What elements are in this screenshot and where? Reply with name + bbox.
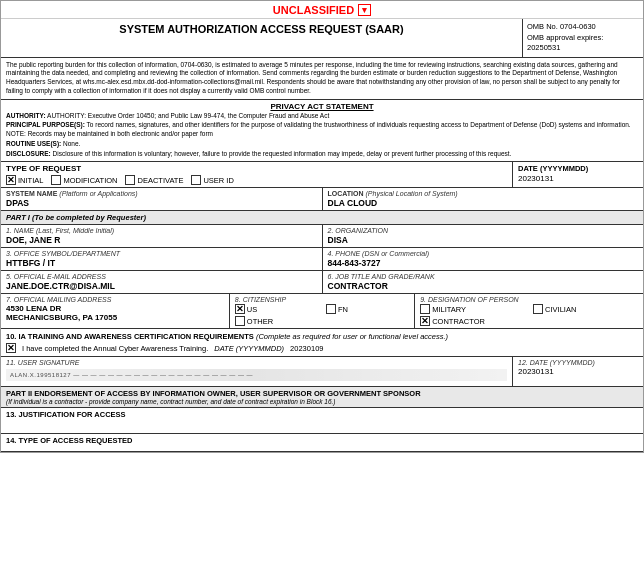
cb-deactivate-label: DEACTIVATE bbox=[137, 176, 183, 185]
job-cell: 6. JOB TITLE AND GRADE/RANK CONTRACTOR bbox=[323, 271, 644, 293]
checkbox-us[interactable] bbox=[235, 304, 245, 314]
sig-cell: 11. USER SIGNATURE ALAN.X.199518127 — — … bbox=[1, 357, 513, 386]
cb-military-label: MILITARY bbox=[432, 305, 466, 314]
cb-military: MILITARY bbox=[420, 304, 525, 314]
cb-contractor-label: CONTRACTOR bbox=[432, 317, 485, 326]
cb-fn-label: FN bbox=[338, 305, 348, 314]
cb-contractor: CONTRACTOR bbox=[420, 316, 638, 326]
org-value: DISA bbox=[328, 235, 639, 245]
checkbox-fn[interactable] bbox=[326, 304, 336, 314]
cb-deactivate: DEACTIVATE bbox=[125, 175, 183, 185]
checkbox-modification[interactable] bbox=[51, 175, 61, 185]
phone-cell: 4. PHONE (DSN or Commercial) 844-843-372… bbox=[323, 248, 644, 270]
training-label: 10. IA TRAINING AND AWARENESS CERTIFICAT… bbox=[6, 332, 638, 341]
part2-header: PART II ENDORSEMENT OF ACCESS BY INFORMA… bbox=[1, 387, 643, 408]
training-content: I have completed the Annual Cyber Awaren… bbox=[6, 343, 638, 353]
location-value: DLA CLOUD bbox=[328, 198, 639, 208]
privacy-title: PRIVACY ACT STATEMENT bbox=[6, 102, 638, 111]
system-name-value: DPAS bbox=[6, 198, 317, 208]
page: UNCLASSIFIED ▾ SYSTEM AUTHORIZATION ACCE… bbox=[0, 0, 644, 453]
email-job-row: 5. OFFICIAL E-MAIL ADDRESS JANE.DOE.CTR@… bbox=[1, 271, 643, 294]
sig-text: ALAN.X.199518127 — — — — — — — — — — — —… bbox=[6, 372, 253, 378]
checkbox-initial[interactable] bbox=[6, 175, 16, 185]
name-org-row: 1. NAME (Last, First, Middle Initial) DO… bbox=[1, 225, 643, 248]
job-value: CONTRACTOR bbox=[328, 281, 639, 291]
address-value: 4530 LENA DR MECHANICSBURG, PA 17055 bbox=[6, 304, 224, 322]
citizenship-label: 8. CITIZENSHIP bbox=[235, 296, 409, 303]
omb-number: OMB No. 0704-0630 bbox=[527, 22, 639, 33]
checkbox-contractor[interactable] bbox=[420, 316, 430, 326]
system-name-cell: SYSTEM NAME (Platform or Applications) D… bbox=[1, 188, 323, 210]
cb-civilian-label: CIVILIAN bbox=[545, 305, 576, 314]
phone-label: 4. PHONE (DSN or Commercial) bbox=[328, 250, 639, 257]
cb-us: US bbox=[235, 304, 318, 314]
date-value: 20230131 bbox=[518, 174, 638, 183]
page-title: SYSTEM AUTHORIZATION ACCESS REQUEST (SAA… bbox=[3, 23, 520, 35]
location-label: LOCATION (Physical Location of System) bbox=[328, 190, 639, 197]
designation-cell: 9. DESIGNATION OF PERSON MILITARY CIVILI… bbox=[415, 294, 643, 328]
privacy-section: PRIVACY ACT STATEMENT AUTHORITY: AUTHORI… bbox=[1, 100, 643, 163]
omb-approval-label: OMB approval expires: bbox=[527, 33, 639, 44]
sig-date-row: 11. USER SIGNATURE ALAN.X.199518127 — — … bbox=[1, 357, 643, 387]
date-cell: DATE (YYYYMMDD) 20230131 bbox=[513, 162, 643, 187]
unclassified-bar: UNCLASSIFIED ▾ bbox=[1, 1, 643, 19]
unclassified-box: ▾ bbox=[358, 4, 371, 16]
designation-options: MILITARY CIVILIAN CONTRACTOR bbox=[420, 304, 638, 326]
system-location-row: SYSTEM NAME (Platform or Applications) D… bbox=[1, 188, 643, 211]
section13-label: 13. JUSTIFICATION FOR ACCESS bbox=[6, 410, 638, 419]
name-value: DOE, JANE R bbox=[6, 235, 317, 245]
citizenship-options: US FN OTHER bbox=[235, 304, 409, 326]
checkbox-other[interactable] bbox=[235, 316, 245, 326]
email-cell: 5. OFFICIAL E-MAIL ADDRESS JANE.DOE.CTR@… bbox=[1, 271, 323, 293]
system-name-label: SYSTEM NAME (Platform or Applications) bbox=[6, 190, 317, 197]
type-date-row: TYPE OF REQUEST INITIAL MODIFICATION DEA… bbox=[1, 162, 643, 188]
section13-row: 13. JUSTIFICATION FOR ACCESS bbox=[1, 408, 643, 434]
sig-date-cell: 12. DATE (YYYYMMDD) 20230131 bbox=[513, 357, 643, 386]
cb-fn: FN bbox=[326, 304, 409, 314]
type-of-request: TYPE OF REQUEST INITIAL MODIFICATION DEA… bbox=[1, 162, 513, 187]
part2-sub: (If individual is a contractor - provide… bbox=[6, 398, 638, 405]
checkbox-military[interactable] bbox=[420, 304, 430, 314]
omb-approval-date: 20250531 bbox=[527, 43, 639, 54]
omb-block: OMB No. 0704-0630 OMB approval expires: … bbox=[523, 19, 643, 57]
part1-header: PART I (To be completed by Requester) bbox=[1, 211, 643, 225]
job-label: 6. JOB TITLE AND GRADE/RANK bbox=[328, 273, 639, 280]
cb-initial-label: INITIAL bbox=[18, 176, 43, 185]
training-date-label: DATE (YYYYMMDD) bbox=[214, 344, 284, 353]
cb-us-label: US bbox=[247, 305, 257, 314]
unclassified-label: UNCLASSIFIED bbox=[273, 4, 354, 16]
email-value: JANE.DOE.CTR@DISA.MIL bbox=[6, 281, 317, 291]
name-label: 1. NAME (Last, First, Middle Initial) bbox=[6, 227, 317, 234]
cb-other: OTHER bbox=[235, 316, 318, 326]
sig-label: 11. USER SIGNATURE bbox=[6, 359, 507, 366]
privacy-routine: ROUTINE USE(S): None. bbox=[6, 140, 638, 149]
checkbox-deactivate[interactable] bbox=[125, 175, 135, 185]
checkbox-userid[interactable] bbox=[191, 175, 201, 185]
cb-userid-label: USER ID bbox=[203, 176, 233, 185]
office-value: HTTBFG / IT bbox=[6, 258, 317, 268]
checkbox-training[interactable] bbox=[6, 343, 16, 353]
org-label: 2. ORGANIZATION bbox=[328, 227, 639, 234]
cb-modification-label: MODIFICATION bbox=[63, 176, 117, 185]
checkbox-civilian[interactable] bbox=[533, 304, 543, 314]
cb-modification: MODIFICATION bbox=[51, 175, 117, 185]
part2-title: PART II ENDORSEMENT OF ACCESS BY INFORMA… bbox=[6, 389, 638, 398]
privacy-principal: PRINCIPAL PURPOSE(S): To record names, s… bbox=[6, 121, 638, 139]
address-label: 7. OFFICIAL MAILING ADDRESS bbox=[6, 296, 224, 303]
office-phone-row: 3. OFFICE SYMBOL/DEPARTMENT HTTBFG / IT … bbox=[1, 248, 643, 271]
address-citizenship-row: 7. OFFICIAL MAILING ADDRESS 4530 LENA DR… bbox=[1, 294, 643, 329]
cb-other-label: OTHER bbox=[247, 317, 273, 326]
date-label: DATE (YYYYMMDD) bbox=[518, 164, 638, 173]
cb-userid: USER ID bbox=[191, 175, 233, 185]
training-row: 10. IA TRAINING AND AWARENESS CERTIFICAT… bbox=[1, 329, 643, 357]
office-label: 3. OFFICE SYMBOL/DEPARTMENT bbox=[6, 250, 317, 257]
privacy-authority: AUTHORITY: AUTHORITY: Executive Order 10… bbox=[6, 112, 638, 121]
type-label: TYPE OF REQUEST bbox=[6, 164, 507, 173]
header-main: SYSTEM AUTHORIZATION ACCESS REQUEST (SAA… bbox=[1, 19, 523, 57]
designation-label: 9. DESIGNATION OF PERSON bbox=[420, 296, 638, 303]
training-item: I have completed the Annual Cyber Awaren… bbox=[22, 344, 208, 353]
sig-date-label: 12. DATE (YYYYMMDD) bbox=[518, 359, 638, 366]
sig-image: ALAN.X.199518127 — — — — — — — — — — — —… bbox=[6, 369, 507, 381]
email-label: 5. OFFICIAL E-MAIL ADDRESS bbox=[6, 273, 317, 280]
cb-initial: INITIAL bbox=[6, 175, 43, 185]
